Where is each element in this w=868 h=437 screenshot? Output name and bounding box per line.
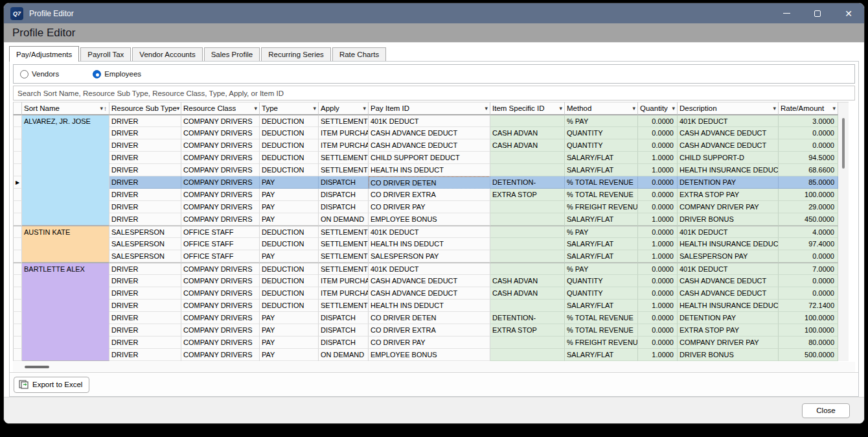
grid-cell-quantity[interactable]: 0.0000	[638, 275, 678, 287]
row-selector[interactable]	[13, 189, 22, 201]
grid-cell-method[interactable]: % TOTAL REVENUE	[565, 176, 638, 189]
grid-cell-res_class[interactable]: COMPANY DRIVERS	[181, 349, 260, 361]
grid-cell-rate[interactable]: 80.0000	[779, 337, 838, 349]
tab-pay-adjustments[interactable]: Pay/Adjustments	[9, 46, 79, 62]
table-row[interactable]: ▶DRIVERCOMPANY DRIVERSPAYDISPATCHCO DRIV…	[13, 176, 838, 189]
grid-cell-type[interactable]: PAY	[260, 250, 319, 263]
column-header-apply[interactable]: Apply▾	[319, 102, 369, 115]
grid-cell-apply[interactable]: SETTLEMENT	[319, 300, 369, 312]
grid-cell-apply[interactable]: ON DEMAND	[319, 349, 369, 361]
grid-cell-method[interactable]: % PAY	[565, 226, 638, 238]
filter-arrow-icon[interactable]: ▾	[313, 105, 316, 112]
close-button[interactable]: Close	[802, 403, 850, 418]
grid-cell-res_class[interactable]: COMPANY DRIVERS	[181, 164, 260, 176]
grid-cell-res_class[interactable]: COMPANY DRIVERS	[181, 263, 260, 275]
grid-cell-sort_name[interactable]: BARTLETTE ALEX	[22, 263, 109, 275]
grid-cell-description[interactable]: CASH ADVANCE DEDUCT	[678, 287, 779, 300]
grid-cell-rate[interactable]: 85.0000	[779, 176, 838, 189]
grid-cell-type[interactable]: DEDUCTION	[260, 275, 319, 287]
table-row[interactable]: SALESPERSONOFFICE STAFFPAYSETTLEMENTSALE…	[13, 250, 838, 263]
grid-cell-method[interactable]: QUANTITY	[565, 275, 638, 287]
grid-cell-pay_item[interactable]: CO DRIVER PAY	[369, 201, 490, 213]
grid-cell-quantity[interactable]: 0.0000	[638, 312, 678, 324]
grid-cell-description[interactable]: CASH ADVANCE DEDUCT	[678, 139, 779, 152]
grid-cell-pay_item[interactable]: EMPLOYEE BONUS	[369, 349, 490, 361]
grid-cell-apply[interactable]: ITEM PURCHASE	[319, 127, 369, 139]
grid-cell-sub_type[interactable]: DRIVER	[109, 189, 181, 201]
column-header-type[interactable]: Type▾	[260, 102, 319, 115]
grid-cell-quantity[interactable]: 1.0000	[638, 349, 678, 361]
grid-cell-method[interactable]: QUANTITY	[565, 139, 638, 152]
grid-cell-item_specific[interactable]	[490, 238, 565, 250]
grid-cell-rate[interactable]: 4.0000	[779, 226, 838, 238]
grid-cell-apply[interactable]: SETTLEMENT	[319, 263, 369, 275]
grid-cell-item_specific[interactable]: DETENTION-	[490, 312, 565, 324]
grid-cell-pay_item[interactable]: HEALTH INS DEDUCT	[369, 300, 490, 312]
grid-cell-apply[interactable]: SETTLEMENT	[319, 226, 369, 238]
grid-cell-item_specific[interactable]: CASH ADVAN	[490, 139, 565, 152]
grid-cell-res_class[interactable]: COMPANY DRIVERS	[181, 312, 260, 324]
grid-cell-apply[interactable]: ITEM PURCHASE	[319, 287, 369, 300]
grid-cell-description[interactable]: COMPANY DRIVER PAY	[678, 337, 779, 349]
grid-cell-res_class[interactable]: COMPANY DRIVERS	[181, 213, 260, 226]
grid-cell-sub_type[interactable]: DRIVER	[109, 337, 181, 349]
grid-cell-sort_name[interactable]	[22, 300, 109, 312]
grid-cell-sub_type[interactable]: DRIVER	[109, 263, 181, 275]
grid-cell-type[interactable]: DEDUCTION	[260, 287, 319, 300]
table-row[interactable]: DRIVERCOMPANY DRIVERSDEDUCTIONITEM PURCH…	[13, 275, 838, 287]
vertical-scrollbar[interactable]	[838, 102, 849, 361]
column-header-sub_type[interactable]: Resource Sub Type▾	[109, 102, 181, 115]
table-row[interactable]: DRIVERCOMPANY DRIVERSPAYDISPATCHCO DRIVE…	[13, 201, 838, 213]
grid-cell-quantity[interactable]: 0.0000	[638, 127, 678, 139]
grid-cell-method[interactable]: SALARY/FLAT	[565, 164, 638, 176]
grid-cell-quantity[interactable]: 0.0000	[638, 139, 678, 152]
grid-cell-item_specific[interactable]	[490, 213, 565, 226]
grid-cell-rate[interactable]: 7.0000	[779, 263, 838, 275]
grid-cell-sort_name[interactable]	[22, 275, 109, 287]
grid-cell-type[interactable]: PAY	[260, 349, 319, 361]
grid-cell-sub_type[interactable]: DRIVER	[109, 127, 181, 139]
grid-cell-apply[interactable]: SETTLEMENT	[319, 152, 369, 164]
grid-cell-pay_item[interactable]: HEALTH INS DEDUCT	[369, 238, 490, 250]
grid-cell-apply[interactable]: DISPATCH	[319, 312, 369, 324]
grid-cell-description[interactable]: 401K DEDUCT	[678, 226, 779, 238]
grid-cell-method[interactable]: % FREIGHT REVENUE	[565, 201, 638, 213]
grid-cell-description[interactable]: CASH ADVANCE DEDUCT	[678, 127, 779, 139]
grid-cell-description[interactable]: DETENTION PAY	[678, 176, 779, 189]
grid-cell-type[interactable]: DEDUCTION	[260, 238, 319, 250]
grid-cell-res_class[interactable]: COMPANY DRIVERS	[181, 152, 260, 164]
grid-cell-apply[interactable]: ON DEMAND	[319, 213, 369, 226]
grid-cell-rate[interactable]: 100.0000	[779, 189, 838, 201]
grid-cell-type[interactable]: PAY	[260, 201, 319, 213]
grid-cell-description[interactable]: HEALTH INSURANCE DEDUCT	[678, 300, 779, 312]
table-row[interactable]: ALVAREZ, JR. JOSEDRIVERCOMPANY DRIVERSDE…	[13, 115, 838, 127]
grid-cell-res_class[interactable]: COMPANY DRIVERS	[181, 201, 260, 213]
grid-cell-type[interactable]: PAY	[260, 189, 319, 201]
grid-cell-sub_type[interactable]: DRIVER	[109, 115, 181, 127]
grid-cell-type[interactable]: PAY	[260, 312, 319, 324]
grid-cell-item_specific[interactable]: CASH ADVAN	[490, 127, 565, 139]
grid-cell-rate[interactable]: 94.5000	[779, 152, 838, 164]
grid-cell-type[interactable]: DEDUCTION	[260, 139, 319, 152]
filter-arrow-icon[interactable]: ▾	[559, 105, 562, 112]
grid-cell-pay_item[interactable]: 401K DEDUCT	[369, 226, 490, 238]
grid-cell-description[interactable]: CASH ADVANCE DEDUCT	[678, 275, 779, 287]
table-row[interactable]: DRIVERCOMPANY DRIVERSDEDUCTIONITEM PURCH…	[13, 127, 838, 139]
grid-cell-pay_item[interactable]: 401K DEDUCT	[369, 115, 490, 127]
row-selector[interactable]	[13, 324, 22, 337]
column-header-sort_name[interactable]: Sort Name▾↑	[22, 102, 109, 115]
grid-cell-sub_type[interactable]: DRIVER	[109, 287, 181, 300]
grid-cell-pay_item[interactable]: EMPLOYEE BONUS	[369, 213, 490, 226]
horizontal-scrollbar-thumb[interactable]	[25, 366, 49, 368]
grid-cell-sub_type[interactable]: DRIVER	[109, 275, 181, 287]
table-row[interactable]: DRIVERCOMPANY DRIVERSDEDUCTIONSETTLEMENT…	[13, 300, 838, 312]
grid-cell-res_class[interactable]: COMPANY DRIVERS	[181, 324, 260, 337]
row-selector[interactable]	[13, 152, 22, 164]
current-row-marker[interactable]: ▶	[13, 176, 22, 189]
row-selector[interactable]	[13, 312, 22, 324]
grid-cell-rate[interactable]: 72.1400	[779, 300, 838, 312]
grid-cell-description[interactable]: EXTRA STOP PAY	[678, 189, 779, 201]
grid-cell-apply[interactable]: SETTLEMENT	[319, 115, 369, 127]
grid-cell-quantity[interactable]: 0.0000	[638, 115, 678, 127]
grid-cell-type[interactable]: PAY	[260, 324, 319, 337]
